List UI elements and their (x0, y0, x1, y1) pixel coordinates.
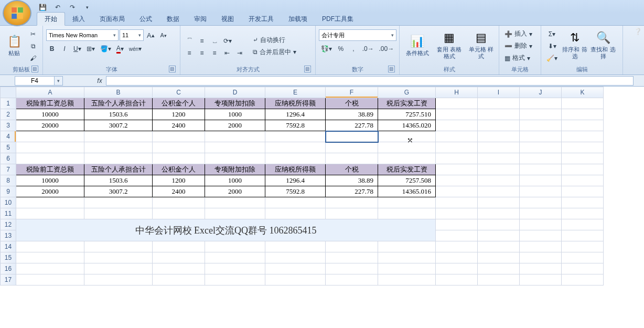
cell[interactable] (562, 186, 604, 197)
cell[interactable]: 税险前工资总额 (16, 164, 84, 175)
tab-9[interactable]: PDF工具集 (315, 13, 361, 25)
col-header[interactable]: G (378, 87, 436, 98)
help-icon[interactable]: ❔ (631, 26, 644, 75)
name-box[interactable] (15, 76, 55, 86)
cell[interactable] (326, 142, 378, 153)
cell[interactable] (562, 98, 604, 109)
dialog-launcher-icon[interactable]: ▨ (169, 66, 176, 72)
merge-center-button[interactable]: ⧉合并后居中▾ (251, 46, 308, 58)
cell[interactable]: 1000 (205, 175, 265, 186)
cell[interactable] (153, 208, 205, 219)
cell[interactable] (16, 131, 84, 142)
cell[interactable] (265, 208, 326, 219)
cell[interactable] (478, 230, 520, 241)
cell[interactable] (326, 208, 378, 219)
cell[interactable] (16, 197, 84, 208)
row-header[interactable]: 7 (1, 164, 16, 175)
cell[interactable]: 1296.4 (265, 109, 326, 120)
tab-2[interactable]: 页面布局 (92, 13, 132, 25)
cell[interactable]: 38.89 (326, 109, 378, 120)
cell[interactable] (562, 230, 604, 241)
cell[interactable] (378, 241, 436, 252)
cell[interactable] (326, 274, 378, 285)
cell[interactable] (84, 153, 153, 164)
cell[interactable] (520, 175, 562, 186)
shrink-font-icon[interactable]: A▾ (158, 29, 169, 41)
cell[interactable] (378, 131, 436, 142)
cell[interactable] (378, 197, 436, 208)
cell[interactable] (562, 164, 604, 175)
row-header[interactable]: 11 (1, 208, 16, 219)
indent-decrease-icon[interactable]: ⇤ (221, 47, 233, 59)
cell[interactable] (153, 153, 205, 164)
cell[interactable]: 7257.510 (378, 109, 436, 120)
format-painter-icon[interactable]: 🖌 (27, 52, 39, 64)
cell[interactable]: 公积金个人 (153, 98, 205, 109)
cell[interactable]: 应纳税所得额 (265, 98, 326, 109)
row-header[interactable]: 10 (1, 197, 16, 208)
cell[interactable] (520, 153, 562, 164)
cell[interactable] (520, 131, 562, 142)
cell[interactable] (436, 252, 478, 263)
col-header[interactable]: I (478, 87, 520, 98)
cell[interactable] (562, 131, 604, 142)
col-header[interactable]: A (16, 87, 84, 98)
cell[interactable] (478, 274, 520, 285)
cell[interactable]: 38.89 (326, 175, 378, 186)
qat-undo-icon[interactable]: ↶ (52, 2, 63, 13)
cell[interactable] (562, 153, 604, 164)
italic-button[interactable]: I (59, 43, 70, 55)
cell[interactable]: 2000 (205, 186, 265, 197)
cell[interactable] (84, 142, 153, 153)
cell[interactable] (520, 186, 562, 197)
cell[interactable]: 公积金个人 (153, 164, 205, 175)
cell[interactable] (265, 131, 326, 142)
row-header[interactable]: 3 (1, 120, 16, 131)
table-style-button[interactable]: ▦套用 表格格式 (434, 27, 465, 62)
wrap-text-button[interactable]: ⤶自动换行 (251, 34, 308, 46)
cell[interactable] (326, 153, 378, 164)
cell[interactable]: 1200 (153, 175, 205, 186)
cell[interactable] (265, 197, 326, 208)
office-button[interactable] (3, 0, 31, 26)
indent-increase-icon[interactable]: ⇥ (234, 47, 245, 59)
cell[interactable] (265, 241, 326, 252)
cell[interactable] (478, 175, 520, 186)
tab-0[interactable]: 开始 (37, 12, 65, 26)
cell[interactable] (436, 164, 478, 175)
dialog-launcher-icon[interactable]: ▨ (388, 66, 395, 72)
cell[interactable] (153, 241, 205, 252)
cell[interactable] (478, 164, 520, 175)
cell[interactable] (562, 252, 604, 263)
font-size-combo[interactable]: 11▾ (120, 29, 144, 41)
row-header[interactable]: 2 (1, 109, 16, 120)
cell[interactable]: 税后实发工资 (378, 164, 436, 175)
col-header[interactable]: B (84, 87, 153, 98)
dialog-launcher-icon[interactable]: ▨ (31, 66, 38, 72)
align-right-icon[interactable]: ≡ (209, 47, 220, 59)
cell[interactable] (265, 274, 326, 285)
cell[interactable] (562, 197, 604, 208)
cell[interactable] (520, 98, 562, 109)
cell[interactable] (520, 263, 562, 274)
cell[interactable] (16, 241, 84, 252)
cell[interactable] (378, 274, 436, 285)
cell[interactable] (205, 142, 265, 153)
cell[interactable] (326, 241, 378, 252)
copy-icon[interactable]: ⧉ (27, 40, 39, 52)
row-header[interactable]: 9 (1, 186, 16, 197)
tab-4[interactable]: 数据 (159, 13, 187, 25)
cell[interactable] (84, 208, 153, 219)
cut-icon[interactable]: ✂ (27, 28, 39, 40)
cell[interactable] (436, 186, 478, 197)
fx-icon[interactable]: fx (93, 77, 106, 84)
cell[interactable]: 2000 (205, 120, 265, 131)
find-select-button[interactable]: 🔍查找和 选择 (590, 27, 616, 62)
cell[interactable] (436, 153, 478, 164)
cell[interactable] (520, 241, 562, 252)
cell[interactable] (436, 263, 478, 274)
cell[interactable] (205, 208, 265, 219)
cell[interactable]: 20000 (16, 120, 84, 131)
cell[interactable] (478, 241, 520, 252)
cell[interactable] (16, 142, 84, 153)
